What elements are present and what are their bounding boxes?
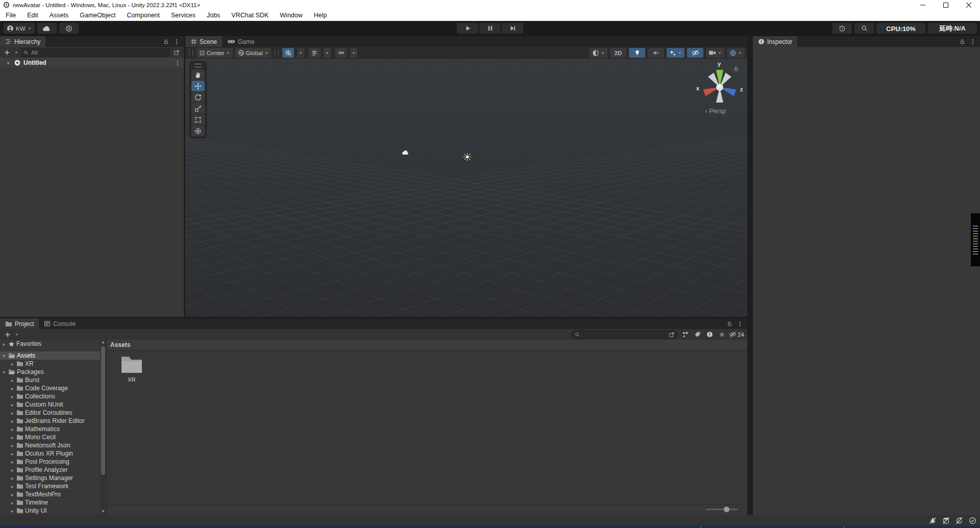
chevron-down-icon[interactable] [14, 330, 19, 339]
tab-console[interactable]: Console [39, 318, 81, 329]
menu-file[interactable]: File [0, 10, 21, 21]
menu-gameobject[interactable]: GameObject [74, 10, 121, 21]
disclosure-arrow-icon[interactable]: ▸ [10, 451, 15, 457]
undo-history-button[interactable] [832, 23, 852, 34]
scroll-up-icon[interactable]: ▲ [101, 340, 105, 345]
filter-type-icon[interactable] [680, 330, 690, 339]
tree-item-editor-coroutines[interactable]: ▸Editor Coroutines [0, 409, 100, 417]
tree-item-custom-nunit[interactable]: ▸Custom NUnit [0, 400, 100, 409]
auto-refresh-disabled-icon[interactable] [955, 516, 964, 524]
transform-tool-button[interactable] [191, 125, 205, 136]
kebab-menu-icon[interactable] [968, 37, 977, 46]
disclosure-arrow-icon[interactable]: ▸ [10, 361, 15, 367]
tab-scene[interactable]: Scene [185, 36, 222, 47]
thumbnail-zoom-slider[interactable] [705, 509, 738, 510]
tree-item-xr[interactable]: ▸XR [0, 360, 100, 368]
scene-row-untitled[interactable]: ▸ Untitled [0, 58, 184, 67]
menu-component[interactable]: Component [121, 10, 165, 21]
log-circle-icon[interactable] [704, 330, 715, 339]
hidden-package-count[interactable]: 24 [729, 331, 744, 338]
open-external-icon[interactable] [172, 48, 181, 57]
hierarchy-search[interactable] [21, 48, 170, 57]
grid-visibility-dropdown[interactable] [324, 48, 331, 58]
kebab-menu-icon[interactable] [172, 37, 181, 46]
tree-item-favorites[interactable]: ▸Favorites [0, 340, 100, 348]
disclosure-arrow-icon[interactable]: ▾ [2, 369, 7, 375]
cache-disabled-icon[interactable] [942, 516, 950, 524]
tree-item-burst[interactable]: ▸Burst [0, 376, 100, 384]
scale-tool-button[interactable] [191, 103, 205, 114]
effects-toggle[interactable] [667, 48, 684, 58]
disclosure-arrow-icon[interactable]: ▸ [10, 378, 15, 383]
cloud-gizmo-icon[interactable] [402, 149, 409, 155]
tab-project[interactable]: Project [0, 318, 39, 329]
grid-snap-toggle[interactable]: Y [282, 48, 294, 58]
disclosure-arrow-icon[interactable]: ▸ [6, 60, 11, 65]
create-add-icon[interactable] [3, 48, 12, 57]
tree-item-unity-ui[interactable]: ▸Unity UI [0, 507, 100, 515]
camera-toggle[interactable] [706, 48, 724, 58]
grid-visibility-toggle[interactable] [309, 48, 321, 58]
tab-inspector[interactable]: Inspector [753, 36, 797, 47]
tree-item-mono-cecil[interactable]: ▸Mono Cecil [0, 433, 100, 441]
maximize-button[interactable] [934, 0, 957, 10]
search-button[interactable] [854, 23, 874, 34]
disclosure-arrow-icon[interactable]: ▸ [10, 508, 15, 514]
disclosure-arrow-icon[interactable]: ▸ [10, 426, 15, 432]
tree-item-jetbrains-rider-editor[interactable]: ▸JetBrains Rider Editor [0, 417, 100, 425]
status-ok-icon[interactable] [968, 516, 977, 524]
kebab-menu-icon[interactable] [175, 60, 181, 66]
disclosure-arrow-icon[interactable]: ▸ [10, 484, 15, 489]
tree-item-textmeshpro[interactable]: ▸TextMeshPro [0, 490, 100, 498]
bug-disabled-icon[interactable] [928, 516, 937, 524]
pause-button[interactable] [479, 23, 501, 34]
move-tool-button[interactable] [191, 81, 205, 91]
label-tag-icon[interactable] [692, 330, 702, 339]
toolbar-drag-handle[interactable] [189, 49, 193, 57]
menu-edit[interactable]: Edit [21, 10, 44, 21]
disclosure-arrow-icon[interactable]: ▸ [10, 492, 15, 497]
tree-item-test-framework[interactable]: ▸Test Framework [0, 482, 100, 490]
grid-snap-dropdown[interactable] [297, 48, 304, 58]
disclosure-arrow-icon[interactable]: ▸ [2, 341, 7, 347]
step-button[interactable] [502, 23, 523, 34]
menu-assets[interactable]: Assets [44, 10, 75, 21]
project-search-input[interactable] [582, 331, 667, 338]
tree-item-mathematics[interactable]: ▸Mathematics [0, 425, 100, 433]
version-control-button[interactable] [59, 23, 79, 34]
tab-game[interactable]: Game [222, 36, 260, 47]
tree-item-settings-manager[interactable]: ▸Settings Manager [0, 474, 100, 482]
disclosure-arrow-icon[interactable]: ▸ [10, 443, 15, 448]
tree-scrollbar[interactable]: ▲ ▼ [100, 340, 106, 515]
rect-tool-button[interactable] [191, 114, 205, 125]
hand-tool-button[interactable] [191, 69, 205, 80]
tree-item-collections[interactable]: ▸Collections [0, 392, 100, 400]
project-search[interactable] [572, 330, 678, 339]
2d-mode-toggle[interactable]: 2D [610, 48, 626, 58]
menu-window[interactable]: Window [274, 10, 308, 21]
disclosure-arrow-icon[interactable]: ▸ [10, 410, 15, 416]
assets-content[interactable]: XR [107, 350, 747, 504]
cloud-button[interactable] [37, 23, 57, 34]
close-button[interactable] [957, 0, 980, 10]
lock-icon[interactable] [958, 37, 967, 46]
disclosure-arrow-icon[interactable]: ▸ [10, 435, 15, 440]
layers-dropdown[interactable]: Layers CPU:10% [876, 23, 925, 34]
scroll-thumb[interactable] [101, 346, 105, 475]
menu-vrchat-sdk[interactable]: VRChat SDK [226, 10, 274, 21]
create-add-icon[interactable] [3, 330, 12, 339]
toolbar-drag-handle[interactable] [275, 49, 279, 57]
tree-item-assets[interactable]: ▾Assets [0, 351, 100, 360]
disclosure-arrow-icon[interactable]: ▾ [2, 353, 7, 359]
projection-toggle[interactable]: ‹ Persp [694, 108, 737, 115]
kebab-menu-icon[interactable] [736, 319, 745, 329]
star-icon[interactable] [717, 330, 727, 339]
tool-orientation-button[interactable]: Global [235, 48, 271, 58]
tree-item-newtonsoft-json[interactable]: ▸Newtonsoft Json [0, 441, 100, 449]
disclosure-arrow-icon[interactable]: ▸ [10, 475, 15, 481]
tree-item-oculus-xr-plugin[interactable]: ▸Oculus XR Plugin [0, 449, 100, 458]
tree-item-code-coverage[interactable]: ▸Code Coverage [0, 384, 100, 392]
menu-jobs[interactable]: Jobs [201, 10, 226, 21]
snap-increment-dropdown[interactable] [350, 48, 357, 58]
chevron-down-icon[interactable] [14, 48, 19, 57]
